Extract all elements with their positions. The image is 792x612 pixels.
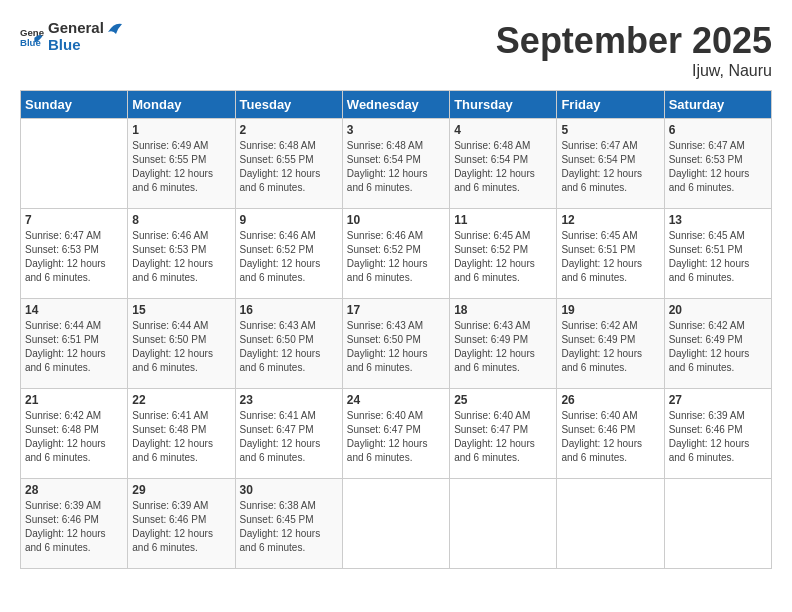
calendar-cell: 26Sunrise: 6:40 AM Sunset: 6:46 PM Dayli… (557, 389, 664, 479)
logo-blue-text: Blue (48, 37, 124, 54)
page-header: General Blue General Blue September 2025… (20, 20, 772, 80)
day-number: 6 (669, 123, 767, 137)
day-number: 25 (454, 393, 552, 407)
calendar-cell: 3Sunrise: 6:48 AM Sunset: 6:54 PM Daylig… (342, 119, 449, 209)
calendar-cell: 20Sunrise: 6:42 AM Sunset: 6:49 PM Dayli… (664, 299, 771, 389)
cell-info: Sunrise: 6:42 AM Sunset: 6:48 PM Dayligh… (25, 409, 123, 465)
weekday-header-thursday: Thursday (450, 91, 557, 119)
logo-icon: General Blue (20, 25, 44, 49)
logo-bird-icon (106, 20, 124, 36)
day-number: 15 (132, 303, 230, 317)
cell-info: Sunrise: 6:47 AM Sunset: 6:53 PM Dayligh… (669, 139, 767, 195)
calendar-cell: 23Sunrise: 6:41 AM Sunset: 6:47 PM Dayli… (235, 389, 342, 479)
calendar-cell: 2Sunrise: 6:48 AM Sunset: 6:55 PM Daylig… (235, 119, 342, 209)
cell-info: Sunrise: 6:41 AM Sunset: 6:47 PM Dayligh… (240, 409, 338, 465)
cell-info: Sunrise: 6:40 AM Sunset: 6:47 PM Dayligh… (347, 409, 445, 465)
cell-info: Sunrise: 6:48 AM Sunset: 6:54 PM Dayligh… (347, 139, 445, 195)
weekday-header-tuesday: Tuesday (235, 91, 342, 119)
cell-info: Sunrise: 6:42 AM Sunset: 6:49 PM Dayligh… (561, 319, 659, 375)
day-number: 22 (132, 393, 230, 407)
calendar-cell: 14Sunrise: 6:44 AM Sunset: 6:51 PM Dayli… (21, 299, 128, 389)
calendar-cell (21, 119, 128, 209)
day-number: 29 (132, 483, 230, 497)
day-number: 2 (240, 123, 338, 137)
day-number: 5 (561, 123, 659, 137)
cell-info: Sunrise: 6:43 AM Sunset: 6:49 PM Dayligh… (454, 319, 552, 375)
cell-info: Sunrise: 6:45 AM Sunset: 6:52 PM Dayligh… (454, 229, 552, 285)
weekday-header-row: SundayMondayTuesdayWednesdayThursdayFrid… (21, 91, 772, 119)
calendar-cell: 10Sunrise: 6:46 AM Sunset: 6:52 PM Dayli… (342, 209, 449, 299)
cell-info: Sunrise: 6:44 AM Sunset: 6:50 PM Dayligh… (132, 319, 230, 375)
cell-info: Sunrise: 6:39 AM Sunset: 6:46 PM Dayligh… (669, 409, 767, 465)
day-number: 26 (561, 393, 659, 407)
day-number: 10 (347, 213, 445, 227)
title-area: September 2025 Ijuw, Nauru (496, 20, 772, 80)
cell-info: Sunrise: 6:43 AM Sunset: 6:50 PM Dayligh… (240, 319, 338, 375)
weekday-header-monday: Monday (128, 91, 235, 119)
cell-info: Sunrise: 6:41 AM Sunset: 6:48 PM Dayligh… (132, 409, 230, 465)
day-number: 8 (132, 213, 230, 227)
day-number: 20 (669, 303, 767, 317)
day-number: 11 (454, 213, 552, 227)
calendar-cell: 5Sunrise: 6:47 AM Sunset: 6:54 PM Daylig… (557, 119, 664, 209)
day-number: 14 (25, 303, 123, 317)
calendar-cell: 22Sunrise: 6:41 AM Sunset: 6:48 PM Dayli… (128, 389, 235, 479)
calendar-cell (450, 479, 557, 569)
calendar-cell: 7Sunrise: 6:47 AM Sunset: 6:53 PM Daylig… (21, 209, 128, 299)
day-number: 1 (132, 123, 230, 137)
day-number: 24 (347, 393, 445, 407)
cell-info: Sunrise: 6:47 AM Sunset: 6:54 PM Dayligh… (561, 139, 659, 195)
calendar-cell: 30Sunrise: 6:38 AM Sunset: 6:45 PM Dayli… (235, 479, 342, 569)
calendar-cell: 28Sunrise: 6:39 AM Sunset: 6:46 PM Dayli… (21, 479, 128, 569)
calendar-table: SundayMondayTuesdayWednesdayThursdayFrid… (20, 90, 772, 569)
calendar-cell: 1Sunrise: 6:49 AM Sunset: 6:55 PM Daylig… (128, 119, 235, 209)
logo-general-text: General (48, 20, 124, 37)
weekday-header-wednesday: Wednesday (342, 91, 449, 119)
cell-info: Sunrise: 6:38 AM Sunset: 6:45 PM Dayligh… (240, 499, 338, 555)
calendar-cell (664, 479, 771, 569)
day-number: 23 (240, 393, 338, 407)
cell-info: Sunrise: 6:44 AM Sunset: 6:51 PM Dayligh… (25, 319, 123, 375)
calendar-cell: 8Sunrise: 6:46 AM Sunset: 6:53 PM Daylig… (128, 209, 235, 299)
logo: General Blue General Blue (20, 20, 124, 53)
calendar-cell: 18Sunrise: 6:43 AM Sunset: 6:49 PM Dayli… (450, 299, 557, 389)
week-row-3: 14Sunrise: 6:44 AM Sunset: 6:51 PM Dayli… (21, 299, 772, 389)
calendar-cell (342, 479, 449, 569)
calendar-cell: 27Sunrise: 6:39 AM Sunset: 6:46 PM Dayli… (664, 389, 771, 479)
cell-info: Sunrise: 6:39 AM Sunset: 6:46 PM Dayligh… (25, 499, 123, 555)
day-number: 30 (240, 483, 338, 497)
location-title: Ijuw, Nauru (496, 62, 772, 80)
day-number: 19 (561, 303, 659, 317)
day-number: 13 (669, 213, 767, 227)
cell-info: Sunrise: 6:42 AM Sunset: 6:49 PM Dayligh… (669, 319, 767, 375)
calendar-cell: 12Sunrise: 6:45 AM Sunset: 6:51 PM Dayli… (557, 209, 664, 299)
calendar-cell: 11Sunrise: 6:45 AM Sunset: 6:52 PM Dayli… (450, 209, 557, 299)
week-row-5: 28Sunrise: 6:39 AM Sunset: 6:46 PM Dayli… (21, 479, 772, 569)
day-number: 17 (347, 303, 445, 317)
calendar-cell: 25Sunrise: 6:40 AM Sunset: 6:47 PM Dayli… (450, 389, 557, 479)
day-number: 4 (454, 123, 552, 137)
calendar-cell: 6Sunrise: 6:47 AM Sunset: 6:53 PM Daylig… (664, 119, 771, 209)
day-number: 12 (561, 213, 659, 227)
svg-text:Blue: Blue (20, 36, 41, 47)
day-number: 28 (25, 483, 123, 497)
calendar-cell: 29Sunrise: 6:39 AM Sunset: 6:46 PM Dayli… (128, 479, 235, 569)
cell-info: Sunrise: 6:43 AM Sunset: 6:50 PM Dayligh… (347, 319, 445, 375)
weekday-header-friday: Friday (557, 91, 664, 119)
day-number: 16 (240, 303, 338, 317)
cell-info: Sunrise: 6:49 AM Sunset: 6:55 PM Dayligh… (132, 139, 230, 195)
cell-info: Sunrise: 6:47 AM Sunset: 6:53 PM Dayligh… (25, 229, 123, 285)
month-title: September 2025 (496, 20, 772, 62)
day-number: 21 (25, 393, 123, 407)
cell-info: Sunrise: 6:40 AM Sunset: 6:46 PM Dayligh… (561, 409, 659, 465)
cell-info: Sunrise: 6:48 AM Sunset: 6:55 PM Dayligh… (240, 139, 338, 195)
calendar-cell (557, 479, 664, 569)
day-number: 3 (347, 123, 445, 137)
cell-info: Sunrise: 6:45 AM Sunset: 6:51 PM Dayligh… (561, 229, 659, 285)
week-row-1: 1Sunrise: 6:49 AM Sunset: 6:55 PM Daylig… (21, 119, 772, 209)
weekday-header-sunday: Sunday (21, 91, 128, 119)
week-row-2: 7Sunrise: 6:47 AM Sunset: 6:53 PM Daylig… (21, 209, 772, 299)
cell-info: Sunrise: 6:45 AM Sunset: 6:51 PM Dayligh… (669, 229, 767, 285)
weekday-header-saturday: Saturday (664, 91, 771, 119)
calendar-cell: 19Sunrise: 6:42 AM Sunset: 6:49 PM Dayli… (557, 299, 664, 389)
